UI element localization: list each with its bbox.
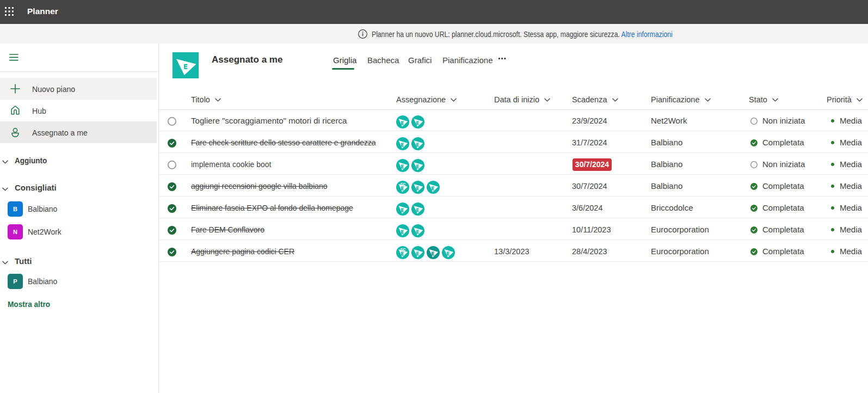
svg-text:SC: SC bbox=[401, 182, 406, 186]
svg-text:SC: SC bbox=[401, 248, 406, 251]
